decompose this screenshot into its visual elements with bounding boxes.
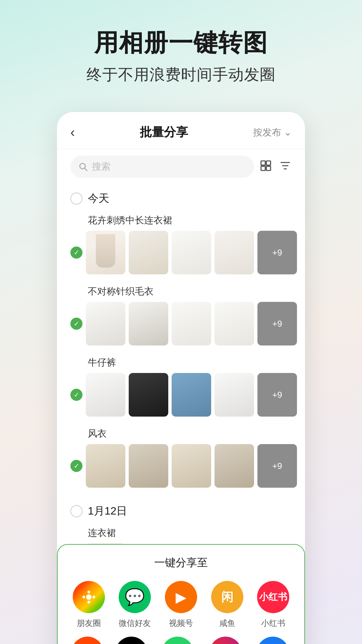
xiaohongshu-icon: 小红书: [257, 581, 289, 613]
sort-control[interactable]: 按发布 ⌄: [253, 126, 292, 139]
svg-rect-3: [266, 161, 271, 165]
album2-thumb-3: [172, 302, 211, 345]
share-item-whatsapp[interactable]: 📱 WhatsApp: [159, 637, 196, 644]
album-item-1: 花卉刺绣中长连衣裙 ✓ +9: [57, 210, 305, 281]
jan12-radio[interactable]: [70, 505, 82, 517]
whatsapp-icon: 📱: [162, 637, 194, 644]
svg-rect-4: [261, 166, 265, 170]
album1-thumb-4: [215, 231, 254, 274]
album2-thumb-more: +9: [257, 302, 297, 345]
album4-checkbox[interactable]: ✓: [70, 460, 82, 472]
search-action-icons: [259, 159, 292, 174]
album-item-3: 牛仔裤 ✓ +9: [57, 352, 305, 423]
share-item-instagram[interactable]: Instagram: [208, 637, 244, 644]
today-label: 今天: [88, 191, 109, 206]
view-toggle-icon[interactable]: [259, 159, 272, 174]
sort-label: 按发布: [253, 126, 281, 139]
topbar-title: 批量分享: [140, 124, 188, 141]
svg-rect-5: [266, 166, 271, 170]
xiaohongshu-label: 小红书: [261, 618, 285, 629]
page-wrapper: 用相册一键转图 终于不用浪费时间手动发圈 ‹ 批量分享 按发布 ⌄ 搜索: [0, 0, 362, 644]
weixin-icon: 💬: [119, 581, 151, 613]
share-panel: 一键分享至 朋友圈: [57, 544, 305, 644]
album-name-1: 花卉刺绣中长连衣裙: [70, 214, 292, 227]
album3-checkbox[interactable]: ✓: [70, 389, 82, 401]
svg-point-13: [93, 596, 95, 598]
page-header: 用相册一键转图 终于不用浪费时间手动发圈: [0, 0, 362, 99]
svg-rect-2: [261, 161, 265, 165]
svg-point-11: [87, 601, 90, 603]
xianyu-label: 咸鱼: [219, 618, 235, 629]
album-name-2: 不对称针织毛衣: [70, 285, 292, 298]
share-item-pengyouquan[interactable]: 朋友圈: [73, 581, 105, 629]
album-name-3: 牛仔裤: [70, 356, 292, 369]
instagram-icon: [209, 637, 242, 644]
share-row-1: 朋友圈 💬 微信好友 ▶ 视频号: [58, 581, 304, 629]
kuaishou-icon: ⚡: [71, 637, 104, 644]
share-item-facebook[interactable]: f Facebook: [255, 637, 290, 644]
svg-point-10: [87, 591, 90, 593]
weixin-label: 微信好友: [119, 618, 151, 629]
album3-thumb-more: +9: [257, 373, 297, 417]
searchbar: 搜索: [57, 149, 305, 184]
share-panel-title: 一键分享至: [58, 555, 304, 570]
header-line2: 终于不用浪费时间手动发圈: [20, 64, 342, 85]
share-item-xianyu[interactable]: 闲 咸鱼: [211, 581, 243, 629]
section-jan12[interactable]: 1月12日: [57, 497, 305, 523]
today-radio[interactable]: [70, 193, 82, 205]
shipinhao-label: 视频号: [169, 618, 193, 629]
share-item-douyin[interactable]: ♪ 抖音: [115, 637, 147, 644]
album1-thumb-3: [172, 231, 211, 274]
phone-card: ‹ 批量分享 按发布 ⌄ 搜索: [57, 112, 305, 644]
album3-thumb-3: [172, 373, 211, 417]
share-item-shipinhao[interactable]: ▶ 视频号: [165, 581, 197, 629]
album4-thumb-more: +9: [257, 444, 297, 488]
section-today[interactable]: 今天: [57, 184, 305, 210]
share-row-2: ⚡ 快手 ♪ 抖音 📱 WhatsApp: [58, 637, 304, 644]
album-item-2: 不对称针织毛衣 ✓ +9: [57, 281, 305, 352]
album2-thumb-4: [215, 302, 254, 345]
header-line1: 用相册一键转图: [20, 27, 342, 59]
album2-thumb-2: [129, 302, 168, 345]
search-placeholder: 搜索: [92, 160, 111, 173]
album1-thumb-2: [129, 231, 168, 274]
douyin-icon: ♪: [115, 637, 147, 644]
svg-point-9: [86, 594, 92, 600]
album1-checkbox[interactable]: ✓: [70, 247, 82, 259]
pengyouquan-icon: [73, 581, 105, 613]
album3-thumb-2: [129, 373, 168, 417]
pengyouquan-label: 朋友圈: [77, 618, 101, 629]
facebook-icon: f: [257, 637, 289, 644]
topbar: ‹ 批量分享 按发布 ⌄: [57, 112, 305, 149]
album-name-5: 连衣裙: [70, 527, 292, 539]
back-button[interactable]: ‹: [70, 125, 75, 140]
album3-thumb-4: [215, 373, 254, 417]
shipinhao-icon: ▶: [165, 581, 197, 613]
jan12-label: 1月12日: [88, 504, 127, 519]
album2-thumb-1: [86, 302, 125, 345]
album4-thumb-1: [86, 444, 125, 488]
filter-icon[interactable]: [279, 159, 292, 174]
album3-thumb-1: [86, 373, 125, 417]
svg-line-1: [85, 168, 87, 171]
album-name-4: 风衣: [70, 427, 292, 440]
album2-checkbox[interactable]: ✓: [70, 318, 82, 330]
album-item-4: 风衣 ✓ +9: [57, 423, 305, 494]
album4-thumb-2: [129, 444, 168, 488]
sort-icon: ⌄: [284, 127, 292, 138]
album4-thumb-4: [215, 444, 254, 488]
xianyu-icon: 闲: [211, 581, 243, 613]
share-item-kuaishou[interactable]: ⚡ 快手: [71, 637, 104, 644]
album1-thumb-1: [86, 231, 125, 274]
search-input-wrap[interactable]: 搜索: [70, 156, 254, 178]
album4-thumb-3: [172, 444, 211, 488]
share-item-weixin[interactable]: 💬 微信好友: [119, 581, 151, 629]
svg-point-12: [82, 596, 85, 598]
album1-thumb-more: +9: [257, 231, 297, 274]
search-icon: [78, 162, 88, 171]
share-item-xiaohongshu[interactable]: 小红书 小红书: [257, 581, 289, 629]
